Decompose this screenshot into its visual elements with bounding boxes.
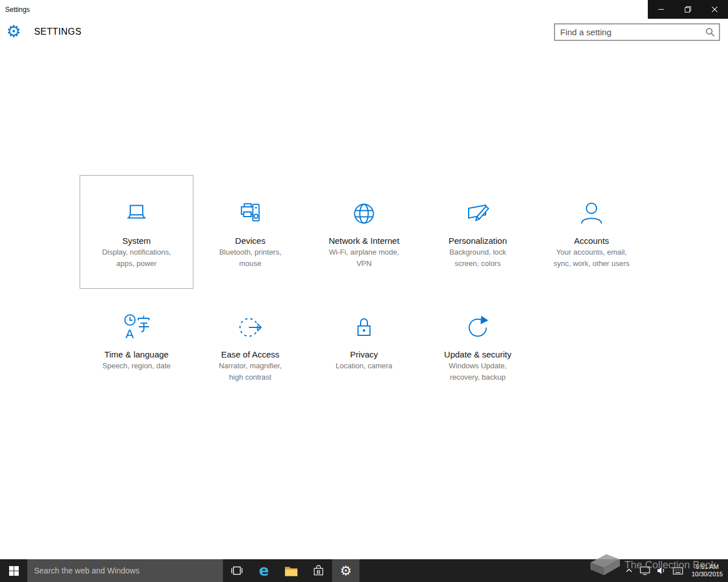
tile-subtitle: Wi-Fi, airplane mode, VPN	[325, 247, 403, 269]
tile-subtitle: Location, camera	[336, 360, 392, 372]
tile-title: Personalization	[449, 236, 507, 246]
search-icon[interactable]	[705, 27, 715, 37]
window-title: Settings	[5, 6, 30, 14]
folder-icon	[284, 566, 298, 576]
edge-button[interactable]: e	[250, 559, 278, 582]
network-icon	[640, 566, 650, 575]
task-view-button[interactable]	[223, 559, 250, 582]
task-view-icon	[230, 566, 244, 576]
minimize-icon	[658, 6, 664, 13]
tile-subtitle: Background, lock screen, colors	[439, 247, 516, 269]
tile-update-security[interactable]: Update & security Windows Update, recove…	[421, 289, 535, 402]
file-explorer-button[interactable]	[278, 559, 305, 582]
chevron-up-icon	[625, 568, 633, 573]
keyboard-icon	[673, 567, 683, 575]
volume-button[interactable]	[653, 559, 669, 582]
close-button[interactable]	[701, 0, 728, 19]
circular-arrow-icon	[463, 313, 493, 342]
tile-subtitle: Windows Update, recovery, backup	[439, 360, 516, 383]
clock-language-icon: A	[122, 313, 151, 342]
taskbar-search-input[interactable]	[27, 566, 223, 575]
tile-title: Accounts	[574, 236, 609, 246]
touch-keyboard-button[interactable]	[669, 559, 686, 582]
settings-categories-grid: System Display, notifications, apps, pow…	[80, 175, 648, 402]
titlebar: Settings	[0, 0, 728, 19]
restore-button[interactable]	[675, 0, 701, 19]
tile-time-language[interactable]: A Time & language Speech, region, date	[80, 289, 193, 402]
tile-title: Privacy	[350, 350, 378, 359]
tile-title: Devices	[235, 236, 265, 246]
store-bag-icon	[312, 564, 325, 577]
tile-title: Time & language	[105, 350, 169, 359]
caption-buttons	[648, 0, 728, 19]
taskbar-searchbox[interactable]	[27, 559, 223, 582]
settings-gear-icon: ⚙	[6, 23, 21, 40]
clock-date: 10/30/2015	[692, 571, 723, 578]
tile-title: Ease of Access	[221, 350, 280, 359]
tray-expand-button[interactable]	[622, 559, 636, 582]
settings-taskbar-button[interactable]: ⚙	[332, 559, 359, 582]
clock-time: 9:51 AM	[696, 563, 718, 571]
printer-device-icon	[235, 199, 265, 228]
globe-icon	[349, 199, 379, 228]
find-setting-searchbox[interactable]	[554, 23, 720, 41]
windows-logo-icon	[9, 566, 19, 576]
edge-icon: e	[259, 563, 269, 578]
tile-subtitle: Narrator, magnifier, high contrast	[212, 360, 289, 383]
person-icon	[577, 199, 606, 228]
tile-title: Network & Internet	[329, 236, 399, 246]
taskbar: e ⚙	[0, 559, 728, 582]
laptop-icon	[122, 199, 151, 228]
minimize-button[interactable]	[648, 0, 675, 19]
page-title: SETTINGS	[34, 27, 81, 37]
close-icon	[712, 6, 718, 13]
tile-devices[interactable]: Devices Bluetooth, printers, mouse	[193, 175, 307, 289]
taskbar-clock[interactable]: 9:51 AM 10/30/2015	[686, 559, 728, 582]
tile-accounts[interactable]: Accounts Your accounts, email, sync, wor…	[535, 175, 648, 289]
letter-a-glyph: A	[126, 327, 134, 341]
settings-taskbar-gear-icon: ⚙	[340, 564, 352, 577]
store-button[interactable]	[305, 559, 332, 582]
restore-icon	[685, 6, 691, 13]
tile-title: System	[122, 236, 151, 246]
start-button[interactable]	[0, 559, 27, 582]
tile-privacy[interactable]: Privacy Location, camera	[307, 289, 421, 402]
find-setting-input[interactable]	[560, 27, 705, 37]
speaker-icon	[657, 567, 666, 575]
tile-subtitle: Bluetooth, printers, mouse	[212, 247, 289, 269]
tile-subtitle: Display, notifications, apps, power	[98, 247, 175, 269]
tile-ease-of-access[interactable]: Ease of Access Narrator, magnifier, high…	[193, 289, 307, 402]
tile-system[interactable]: System Display, notifications, apps, pow…	[80, 175, 193, 289]
tile-network-internet[interactable]: Network & Internet Wi-Fi, airplane mode,…	[307, 175, 421, 289]
padlock-icon	[349, 313, 379, 342]
tile-subtitle: Speech, region, date	[102, 360, 171, 372]
display-pen-icon	[463, 199, 493, 228]
tile-subtitle: Your accounts, email, sync, work, other …	[553, 247, 630, 269]
network-status-button[interactable]	[636, 559, 653, 582]
system-tray: 9:51 AM 10/30/2015	[622, 559, 728, 582]
dashed-circle-arrow-icon	[235, 313, 265, 342]
tile-title: Update & security	[444, 350, 511, 359]
tile-personalization[interactable]: Personalization Background, lock screen,…	[421, 175, 535, 289]
